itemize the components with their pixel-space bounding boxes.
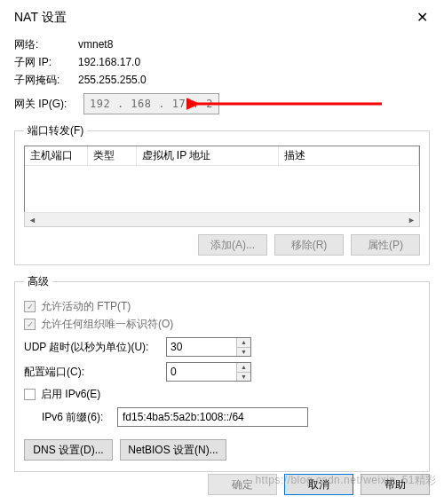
allow-any-oui-checkbox[interactable]: ✓: [24, 319, 36, 330]
udp-timeout-spinner[interactable]: ▲ ▼: [166, 337, 251, 357]
spin-down-icon[interactable]: ▼: [237, 373, 250, 382]
col-vm-ip[interactable]: 虚拟机 IP 地址: [136, 146, 278, 166]
gateway-ip-label: 网关 IP(G):: [14, 96, 83, 112]
spin-up-icon[interactable]: ▲: [237, 363, 250, 373]
cancel-button[interactable]: 取消: [284, 474, 353, 495]
port-forwarding-group: 端口转发(F) 主机端口 类型 虚拟机 IP 地址 描述 ◄ ► 添加(A)..…: [14, 123, 430, 265]
advanced-legend: 高级: [24, 274, 52, 289]
config-port-spinner[interactable]: ▲ ▼: [166, 362, 251, 382]
enable-ipv6-label: 启用 IPv6(E): [41, 387, 100, 402]
col-host-port[interactable]: 主机端口: [25, 146, 87, 166]
table-header-row: 主机端口 类型 虚拟机 IP 地址 描述: [25, 146, 419, 166]
col-type[interactable]: 类型: [87, 146, 136, 166]
close-icon[interactable]: ✕: [411, 7, 433, 28]
horizontal-scrollbar[interactable]: ◄ ►: [24, 212, 420, 227]
allow-any-oui-label: 允许任何组织唯一标识符(O): [41, 317, 173, 332]
ipv6-prefix-label: IPv6 前缀(6):: [42, 410, 117, 425]
subnet-mask-label: 子网掩码:: [14, 72, 78, 88]
subnet-ip-value: 192.168.17.0: [78, 54, 140, 70]
add-button[interactable]: 添加(A)...: [198, 234, 267, 256]
dialog-title: NAT 设置: [14, 10, 67, 26]
subnet-ip-label: 子网 IP:: [14, 54, 78, 70]
ok-button[interactable]: 确定: [208, 474, 277, 495]
allow-active-ftp-label: 允许活动的 FTP(T): [41, 299, 131, 314]
netbios-settings-button[interactable]: NetBIOS 设置(N)...: [120, 439, 226, 461]
col-description[interactable]: 描述: [278, 146, 419, 166]
spin-down-icon[interactable]: ▼: [237, 348, 250, 357]
gateway-ip-field[interactable]: 192 . 168 . 17 . 2: [83, 93, 219, 114]
scroll-left-icon[interactable]: ◄: [25, 213, 40, 226]
properties-button[interactable]: 属性(P): [351, 234, 420, 256]
network-value: vmnet8: [78, 36, 113, 52]
dns-settings-button[interactable]: DNS 设置(D)...: [24, 439, 113, 461]
config-port-input[interactable]: [167, 363, 236, 381]
ipv6-prefix-input[interactable]: [117, 407, 308, 427]
advanced-group: 高级 ✓ 允许活动的 FTP(T) ✓ 允许任何组织唯一标识符(O) UDP 超…: [14, 274, 430, 472]
network-label: 网络:: [14, 36, 78, 52]
port-forwarding-table[interactable]: 主机端口 类型 虚拟机 IP 地址 描述: [24, 146, 420, 213]
spin-up-icon[interactable]: ▲: [237, 338, 250, 348]
config-port-label: 配置端口(C):: [24, 365, 166, 380]
enable-ipv6-checkbox[interactable]: ✓: [24, 389, 36, 400]
udp-timeout-label: UDP 超时(以秒为单位)(U):: [24, 340, 166, 355]
help-button[interactable]: 帮助: [361, 474, 430, 495]
subnet-mask-value: 255.255.255.0: [78, 72, 147, 88]
remove-button[interactable]: 移除(R): [274, 234, 344, 256]
udp-timeout-input[interactable]: [167, 338, 236, 356]
scroll-right-icon[interactable]: ►: [404, 213, 419, 226]
allow-active-ftp-checkbox[interactable]: ✓: [24, 301, 36, 312]
port-forwarding-legend: 端口转发(F): [24, 123, 87, 138]
